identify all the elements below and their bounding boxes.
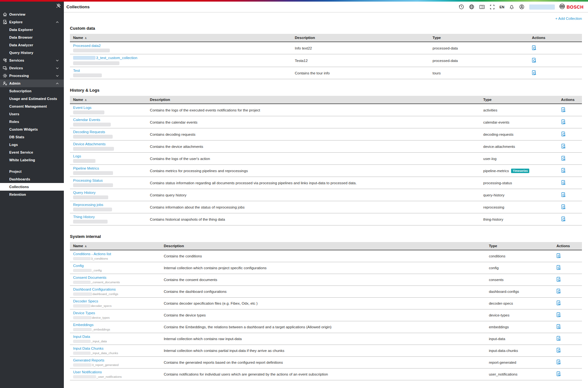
collection-link[interactable]: Test [73,69,80,72]
sidebar-item-processing[interactable]: Processing [0,72,64,80]
sidebar-item-subscription[interactable]: Subscription [0,87,64,95]
sort-asc-icon[interactable]: ∧ [85,36,87,40]
collection-link[interactable]: User Notifications [73,370,102,374]
collection-link[interactable]: Processing Status [73,179,103,182]
language-selector[interactable]: EN [500,5,504,9]
inspect-document-icon[interactable] [556,265,561,270]
sidebar-item-users[interactable]: Users [0,110,64,118]
collection-link[interactable]: Input Data Chunks [73,346,103,350]
collection-link[interactable]: Embeddings [73,323,94,327]
inspect-document-icon[interactable] [556,277,561,282]
collection-link[interactable]: Decoding Requests [73,130,105,134]
inspect-document-icon[interactable] [561,119,566,125]
bell-icon[interactable] [509,4,515,10]
inspect-document-icon[interactable] [556,253,561,258]
collection-link[interactable]: Pipeline Metrics [73,166,99,170]
sidebar-item-db-stats[interactable]: DB Stats [0,133,64,141]
sidebar-item-label: Devices [9,66,56,70]
globe-icon[interactable] [469,4,475,10]
table-row: Calendar EventsContains the calendar eve… [70,116,582,128]
sidebar-item-overview[interactable]: Overview [0,11,64,18]
collection-link[interactable]: Input Data [73,335,90,339]
inspect-document-icon[interactable] [561,192,566,197]
sidebar-item-usage-and-estimated-costs[interactable]: Usage and Estimated Costs [0,95,64,103]
collection-link[interactable]: 3_test_custom_collection [73,56,137,60]
sidebar-item-custom-widgets[interactable]: Custom Widgets [0,126,64,133]
sidebar-item-data-analyzer[interactable]: Data Analyzer [0,41,64,49]
sort-asc-icon[interactable]: ∧ [85,245,87,248]
inspect-document-icon[interactable] [561,144,566,149]
collection-link[interactable]: Logs [73,154,81,158]
type-cell: tours [429,67,529,79]
section-heading: History & Logs [70,88,582,93]
inspect-document-icon[interactable] [556,301,561,306]
name-cell: Input Data Chunks_input_data_chunks [70,345,161,357]
collection-link[interactable]: Calendar Events [73,118,100,122]
sidebar-item-roles[interactable]: Roles [0,118,64,126]
inspect-document-icon[interactable] [532,58,537,63]
collection-link[interactable]: Device Attachments [73,142,106,146]
fullscreen-icon[interactable] [489,4,495,10]
inspect-document-icon[interactable] [561,156,566,161]
inspect-document-icon[interactable] [561,180,566,185]
collection-link[interactable]: Conditions - Actions list [73,252,111,256]
collection-link[interactable]: Config [73,264,84,268]
collection-link[interactable]: Device Types [73,311,95,315]
sidebar-item-explore[interactable]: Explore [0,18,64,26]
inspect-document-icon[interactable] [556,360,561,365]
column-header-name[interactable]: Name∧ [70,96,147,104]
collection-link[interactable]: Decoder Specs [73,299,98,303]
inspect-document-icon[interactable] [556,336,561,341]
collection-link[interactable]: Consent Documents [73,276,106,279]
sidebar-item-admin[interactable]: Admin [0,80,64,87]
collection-link[interactable]: Thing History [73,215,95,219]
collection-link[interactable]: Dashboard Configurations [73,287,116,291]
add-collection-button[interactable]: + Add Collection [555,17,582,20]
sidebar-item-services[interactable]: Services [0,57,64,64]
column-header-name[interactable]: Name∧ [70,34,292,42]
description-cell: Testa12 [292,54,429,67]
redacted-id-bar [73,135,113,139]
sidebar-item-event-service[interactable]: Event Service [0,148,64,156]
inspect-document-icon[interactable] [556,324,561,329]
section-custom-data: Custom dataName∧DescriptionTypeActionsPr… [70,26,582,79]
sidebar-item-white-labeling[interactable]: White Labeling [0,156,64,164]
sidebar-item-collections[interactable]: Collections [0,183,64,191]
collection-link[interactable]: Event Logs [73,106,92,110]
collection-link[interactable]: Reprocessing jobs [73,203,103,207]
collection-link[interactable]: Query History [73,191,95,194]
inspect-document-icon[interactable] [556,289,561,294]
sidebar-item-logs[interactable]: Logs [0,141,64,148]
collection-link[interactable]: Generated Reports [73,358,104,362]
sidebar-item-data-explorer[interactable]: Data Explorer [0,26,64,34]
inspect-document-icon[interactable] [561,204,566,209]
collection-id-text: _input_data_chunks [91,351,118,355]
unpin-sidebar-icon[interactable] [56,3,61,9]
sidebar-item-devices[interactable]: Devices [0,64,64,72]
sidebar-item-consent-management[interactable]: Consent Management [0,103,64,110]
sidebar-item-data-browser[interactable]: Data Browser [0,34,64,41]
inspect-document-icon[interactable] [556,371,561,377]
main-area: Collections ? EN [64,2,588,388]
collection-id-text: _config [92,269,102,272]
inspect-document-icon[interactable] [561,217,566,222]
sort-asc-icon[interactable]: ∧ [85,98,87,102]
type-value: device-types [489,313,509,317]
sidebar-item-retention[interactable]: Retention [0,191,64,198]
inspect-document-icon[interactable] [561,107,566,112]
section-system-internal: System internalName∧DescriptionTypeActio… [70,234,582,380]
sidebar-item-dashboards[interactable]: Dashboards [0,175,64,183]
inspect-document-icon[interactable] [556,348,561,353]
description-cell: Contains metrics for processing pipeline… [147,165,480,177]
inspect-document-icon[interactable] [561,168,566,173]
collection-link[interactable]: Processed data2 [73,44,101,48]
inspect-document-icon[interactable] [532,45,537,50]
account-icon[interactable] [519,4,525,10]
column-header-name[interactable]: Name∧ [70,242,161,250]
inspect-document-icon[interactable] [556,312,561,317]
help-book-icon[interactable]: ? [479,4,485,10]
inspect-document-icon[interactable] [561,132,566,137]
inspect-document-icon[interactable] [532,70,537,75]
history-icon[interactable] [459,4,464,10]
sidebar-item-query-history[interactable]: Query History [0,49,64,57]
